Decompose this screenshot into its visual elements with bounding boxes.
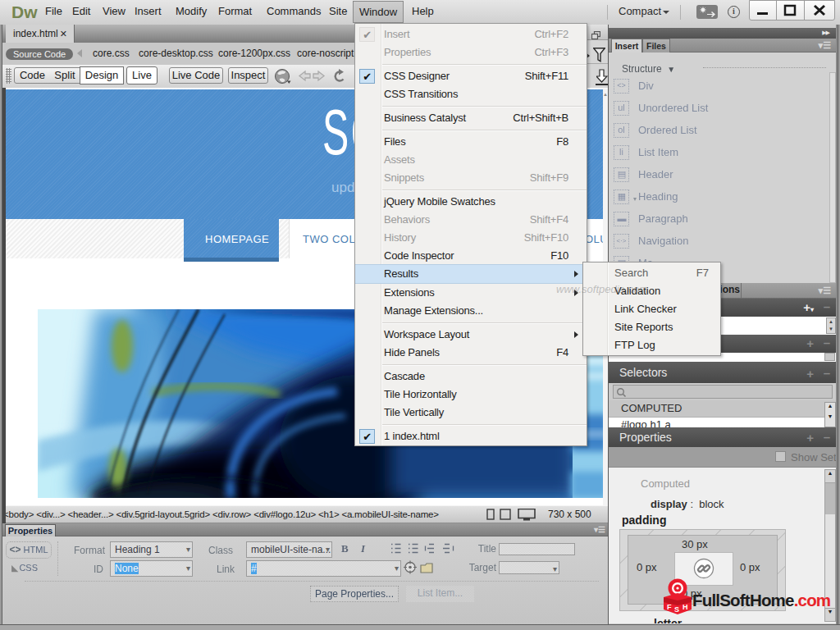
svg-text:H: H: [682, 603, 688, 611]
svg-text:FullSoftHome.com: FullSoftHome.com: [692, 591, 830, 609]
svg-text:F: F: [667, 603, 672, 611]
svg-text:S: S: [674, 605, 679, 614]
